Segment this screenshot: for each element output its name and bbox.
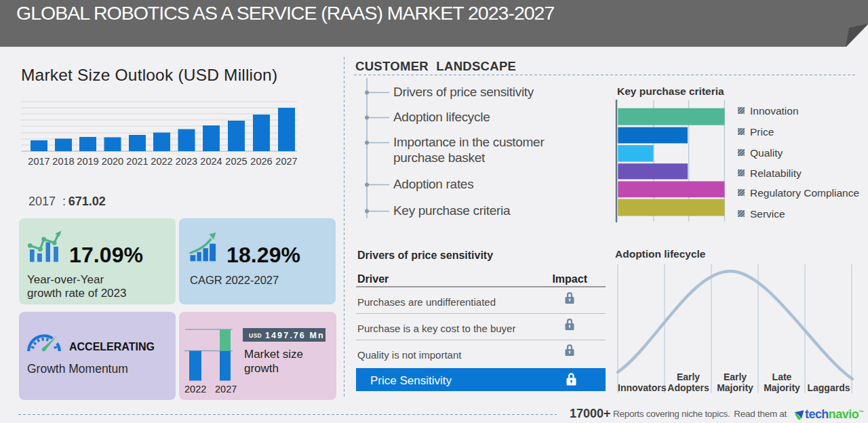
svg-text:2020: 2020: [102, 156, 123, 167]
svg-text:2018: 2018: [52, 156, 74, 167]
svg-text:2026: 2026: [250, 156, 272, 167]
svg-text:2023: 2023: [176, 156, 197, 167]
svg-text:2019: 2019: [77, 156, 98, 167]
svg-text:2024: 2024: [200, 156, 222, 167]
svg-text:2017: 2017: [28, 156, 50, 167]
svg-text:2021: 2021: [126, 156, 148, 167]
svg-text:2025: 2025: [225, 156, 247, 167]
svg-text:2022: 2022: [151, 156, 172, 167]
svg-text:2027: 2027: [275, 156, 297, 167]
